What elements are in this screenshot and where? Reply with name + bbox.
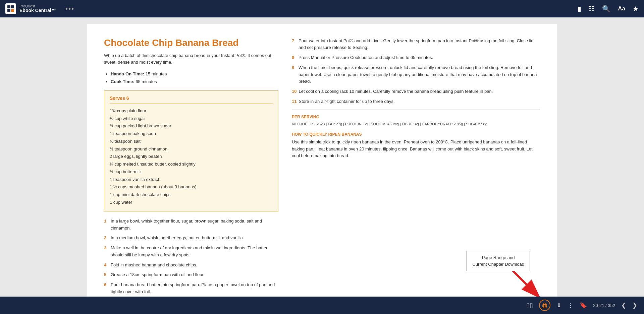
more-options-icon[interactable]: ••• — [65, 5, 74, 13]
instruction-step: 8Press Manual or Pressure Cook button an… — [292, 54, 540, 61]
instruction-step: 4Fold in mashed banana and chocolate chi… — [104, 261, 278, 268]
instruction-step: 10Let cool on a cooling rack 10 minutes.… — [292, 88, 540, 95]
step-number: 11 — [292, 98, 297, 105]
step-number: 6 — [104, 281, 109, 296]
step-number: 3 — [104, 244, 109, 259]
ingredient-item: 1¾ cups plain flour — [110, 107, 273, 115]
app-subname: Ebook Central™ — [19, 8, 56, 13]
per-serving-data: KILOJOULES: 2623 | FAT: 27g | PROTEIN: 8… — [292, 121, 540, 127]
ingredient-item: ½ teaspoon ground cinnamon — [110, 145, 273, 153]
instruction-step: 2In a medium bowl, whisk together eggs, … — [104, 234, 278, 241]
step-text: In a medium bowl, whisk together eggs, b… — [111, 234, 244, 241]
prev-page-button[interactable]: ❮ — [621, 302, 626, 309]
list-icon[interactable]: ☷ — [589, 5, 595, 13]
cook-time-value: 65 minutes — [136, 79, 157, 84]
logo-icon — [5, 3, 16, 14]
logo-area: ProQuest Ebook Central™ ••• — [5, 3, 74, 14]
step-number: 8 — [292, 54, 297, 61]
step-number: 1 — [104, 217, 109, 232]
more-icon[interactable]: ⋮ — [568, 302, 574, 309]
step-text: Grease a 18cm springform pan with oil an… — [111, 271, 205, 278]
ingredient-item: 1 teaspoon vanilla extract — [110, 176, 273, 184]
step-number: 10 — [292, 88, 297, 95]
step-text: Store in an air-tight container for up t… — [299, 98, 394, 105]
recipe-title: Chocolate Chip Banana Bread — [104, 38, 278, 48]
tooltip-line1: Page Range and — [482, 255, 515, 260]
left-column: Chocolate Chip Banana Bread Whip up a ba… — [104, 38, 278, 298]
divider — [292, 110, 540, 110]
step-text: In a large bowl, whisk together flour, s… — [111, 217, 278, 232]
bookmark-toolbar-icon[interactable]: 🔖 — [580, 302, 587, 309]
header: ProQuest Ebook Central™ ••• ▮ ☷ 🔍 Aa ★ — [0, 0, 644, 17]
ingredient-item: 2 large eggs, lightly beaten — [110, 153, 273, 161]
svg-rect-3 — [11, 9, 14, 12]
hands-on-value: 15 minutes — [146, 71, 167, 76]
step-text: Pour banana bread batter into springform… — [111, 281, 278, 296]
step-number: 2 — [104, 234, 109, 241]
instruction-step: 11Store in an air-tight container for up… — [292, 98, 540, 105]
recipe-intro: Whip up a batch of this chocolate chip b… — [104, 52, 278, 65]
recipe-meta: Hands-On Time: 15 minutes Cook Time: 65 … — [104, 70, 278, 86]
ingredient-item: 1 cup mini dark chocolate chips — [110, 191, 273, 199]
next-page-button[interactable]: ❯ — [632, 302, 637, 309]
left-instructions: 1In a large bowl, whisk together flour, … — [104, 217, 278, 296]
step-text: When the timer beeps, quick release pres… — [299, 64, 540, 84]
step-text: Fold in mashed banana and chocolate chip… — [111, 261, 197, 268]
right-instructions: 7Pour water into Instant Pot® and add tr… — [292, 38, 540, 105]
page-count: 20-21 / 352 — [593, 303, 615, 308]
ripen-text: Use this simple trick to quickly ripen b… — [292, 139, 540, 160]
search-icon[interactable]: 🔍 — [602, 5, 610, 13]
book-page: Chocolate Chip Banana Bread Whip up a ba… — [87, 24, 557, 311]
step-number: 7 — [292, 38, 297, 51]
instruction-step: 5Grease a 18cm springform pan with oil a… — [104, 271, 278, 278]
per-serving-label: PER SERVING — [292, 115, 540, 119]
bottom-toolbar: ▯▯ ⇓ ⋮ 🔖 20-21 / 352 ❮ ❯ — [0, 297, 644, 314]
ripen-label: HOW TO QUICKLY RIPEN BANANAS — [292, 132, 540, 137]
ingredient-item: ¼ cup melted unsalted butter, cooled sli… — [110, 161, 273, 168]
svg-rect-0 — [7, 5, 10, 8]
download-icon[interactable]: ⇓ — [556, 302, 561, 309]
instruction-step: 1In a large bowl, whisk together flour, … — [104, 217, 278, 232]
ingredients-list: 1¾ cups plain flour½ cup white sugar½ cu… — [110, 107, 273, 206]
copy-icon[interactable]: ▯▯ — [526, 302, 533, 309]
star-icon[interactable]: ★ — [633, 5, 639, 13]
header-actions: ▮ ☷ 🔍 Aa ★ — [578, 5, 639, 13]
main-content: Chocolate Chip Banana Bread Whip up a ba… — [0, 17, 644, 314]
ingredient-item: ½ cup buttermilk — [110, 168, 273, 176]
tooltip-popup: Page Range and Current Chapter Download — [467, 251, 530, 271]
ingredient-item: ½ cup packed light brown sugar — [110, 122, 273, 130]
step-text: Make a well in the centre of dry ingredi… — [111, 244, 278, 259]
instruction-step: 3Make a well in the centre of dry ingred… — [104, 244, 278, 259]
print-icon[interactable] — [539, 300, 550, 311]
svg-rect-1 — [11, 5, 14, 8]
bookmark-icon[interactable]: ▮ — [578, 5, 581, 13]
instruction-step: 9When the timer beeps, quick release pre… — [292, 64, 540, 84]
serves-label: Serves 6 — [110, 96, 273, 104]
step-text: Let cool on a cooling rack 10 minutes. C… — [299, 88, 493, 95]
cook-time-label: Cook Time: — [111, 79, 135, 84]
ingredient-item: 1 cup water — [110, 199, 273, 206]
step-number: 9 — [292, 64, 297, 84]
step-text: Press Manual or Pressure Cook button and… — [299, 54, 433, 61]
hands-on-label: Hands-On Time: — [111, 71, 144, 76]
ingredient-item: 1 ½ cups mashed banana (about 3 bananas) — [110, 183, 273, 191]
svg-rect-2 — [7, 9, 10, 12]
font-icon[interactable]: Aa — [618, 5, 625, 12]
step-text: Pour water into Instant Pot® and add tri… — [299, 38, 540, 51]
step-number: 4 — [104, 261, 109, 268]
ingredient-item: ½ cup white sugar — [110, 115, 273, 123]
instruction-step: 6Pour banana bread batter into springfor… — [104, 281, 278, 296]
ingredient-item: 1 teaspoon baking soda — [110, 130, 273, 138]
ingredients-box: Serves 6 1¾ cups plain flour½ cup white … — [104, 90, 278, 211]
tooltip-line2: Current Chapter Download — [472, 262, 524, 267]
step-number: 5 — [104, 271, 109, 278]
ingredient-item: ½ teaspoon salt — [110, 138, 273, 145]
instruction-step: 7Pour water into Instant Pot® and add tr… — [292, 38, 540, 51]
